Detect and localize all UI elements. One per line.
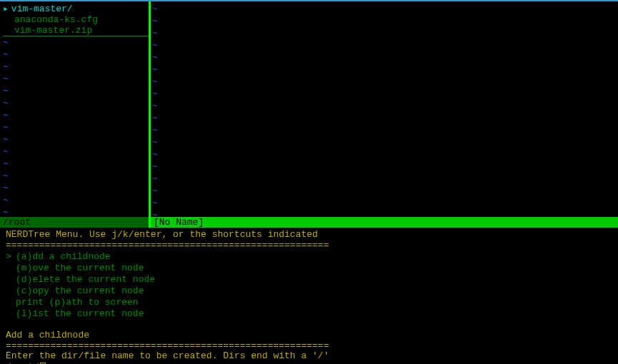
- tilde-marker: ~: [3, 109, 149, 121]
- nerdtree-empty-lines: ~ ~ ~ ~ ~ ~ ~ ~ ~ ~ ~ ~ ~ ~ ~: [0, 36, 149, 218]
- tilde-marker: ~: [3, 61, 149, 73]
- menu-item-label: (a)dd a childnode: [16, 251, 111, 262]
- tree-content: ▸ vim-master/ anaconda-ks.cfg vim-master…: [0, 1, 149, 36]
- menu-item-delete[interactable]: (d)elete the current node: [6, 274, 618, 285]
- tilde-marker: ~: [152, 88, 618, 100]
- tilde-marker: ~: [3, 182, 149, 194]
- menu-item-label: (d)elete the current node: [16, 274, 155, 285]
- editor-pane[interactable]: ~ ~ ~ ~ ~ ~ ~ ~ ~ ~ ~ ~ ~ ~ ~ ~ ~ ~: [151, 1, 618, 217]
- tilde-marker: ~: [3, 73, 149, 85]
- nerdtree-pane[interactable]: ▸ vim-master/ anaconda-ks.cfg vim-master…: [0, 1, 151, 217]
- menu-selected-indicator: >: [6, 251, 16, 263]
- prompt-section: Add a childnode ========================…: [6, 330, 618, 364]
- tree-file-item[interactable]: anaconda-ks.cfg: [3, 14, 149, 25]
- tilde-marker: ~: [3, 170, 149, 182]
- tree-root-label: vim-master/: [11, 4, 73, 14]
- tilde-marker: ~: [152, 15, 618, 27]
- tilde-marker: ~: [152, 76, 618, 88]
- status-right-name: [No Name]: [151, 217, 618, 228]
- tilde-marker: ~: [152, 136, 618, 148]
- tilde-marker: ~: [152, 197, 618, 209]
- tilde-marker: ~: [3, 97, 149, 109]
- tilde-marker: ~: [152, 39, 618, 51]
- menu-divider: ========================================…: [6, 241, 618, 250]
- prompt-title: Add a childnode: [6, 330, 618, 341]
- tilde-marker: ~: [152, 161, 618, 173]
- tilde-marker: ~: [3, 158, 149, 170]
- menu-items-list: > (a)dd a childnode (m)ove the current n…: [6, 251, 618, 320]
- menu-item-print[interactable]: print (p)ath to screen: [6, 297, 618, 308]
- tilde-marker: ~: [152, 64, 618, 76]
- status-left-path: /root: [0, 217, 151, 228]
- menu-item-move[interactable]: (m)ove the current node: [6, 263, 618, 274]
- tilde-marker: ~: [152, 112, 618, 124]
- tilde-marker: ~: [152, 51, 618, 64]
- main-split-area: ▸ vim-master/ anaconda-ks.cfg vim-master…: [0, 1, 618, 217]
- menu-item-add[interactable]: > (a)dd a childnode: [6, 251, 618, 263]
- prompt-instruction: Enter the dir/file name to be created. D…: [6, 350, 618, 362]
- tilde-marker: ~: [152, 124, 618, 136]
- tilde-marker: ~: [3, 85, 149, 97]
- menu-item-copy[interactable]: (c)opy the current node: [6, 285, 618, 297]
- tilde-marker: ~: [3, 206, 149, 218]
- tree-file-item[interactable]: vim-master.zip: [3, 25, 149, 36]
- tilde-marker: ~: [152, 100, 618, 112]
- menu-item-label: (c)opy the current node: [16, 285, 144, 296]
- menu-item-label: (m)ove the current node: [16, 263, 144, 273]
- tilde-marker: ~: [152, 185, 618, 197]
- tilde-marker: ~: [152, 148, 618, 161]
- tilde-marker: ~: [152, 27, 618, 39]
- menu-header: NERDTree Menu. Use j/k/enter, or the sho…: [6, 229, 618, 241]
- tree-expand-icon: ▸: [3, 3, 9, 14]
- prompt-divider: ========================================…: [6, 341, 618, 350]
- tree-root-dir[interactable]: ▸ vim-master/: [3, 3, 149, 14]
- tilde-marker: ~: [3, 194, 149, 206]
- tilde-marker: ~: [3, 49, 149, 61]
- nerdtree-menu: NERDTree Menu. Use j/k/enter, or the sho…: [0, 228, 618, 364]
- menu-item-list[interactable]: (l)ist the current node: [6, 308, 618, 320]
- menu-item-label: (l)ist the current node: [16, 308, 144, 319]
- tilde-marker: ~: [3, 36, 149, 49]
- tilde-marker: ~: [152, 173, 618, 185]
- tilde-marker: ~: [3, 146, 149, 158]
- menu-item-label: print (p)ath to screen: [16, 297, 139, 308]
- tilde-marker: ~: [152, 3, 618, 15]
- status-bar: /root [No Name]: [0, 217, 618, 228]
- tilde-marker: ~: [3, 121, 149, 133]
- tilde-marker: ~: [3, 133, 149, 146]
